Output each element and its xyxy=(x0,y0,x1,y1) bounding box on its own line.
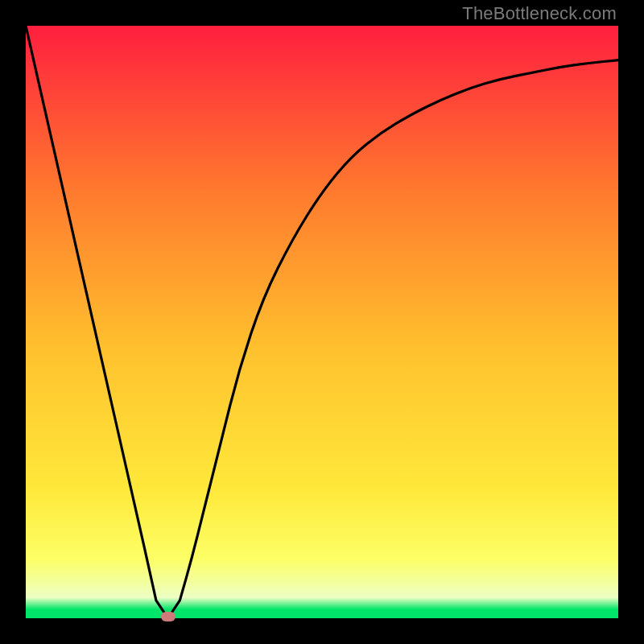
minimum-marker xyxy=(161,612,175,621)
watermark-text: TheBottleneck.com xyxy=(462,3,617,24)
chart-frame xyxy=(26,26,618,618)
bottleneck-curve xyxy=(26,26,618,618)
curve-path xyxy=(26,26,618,618)
